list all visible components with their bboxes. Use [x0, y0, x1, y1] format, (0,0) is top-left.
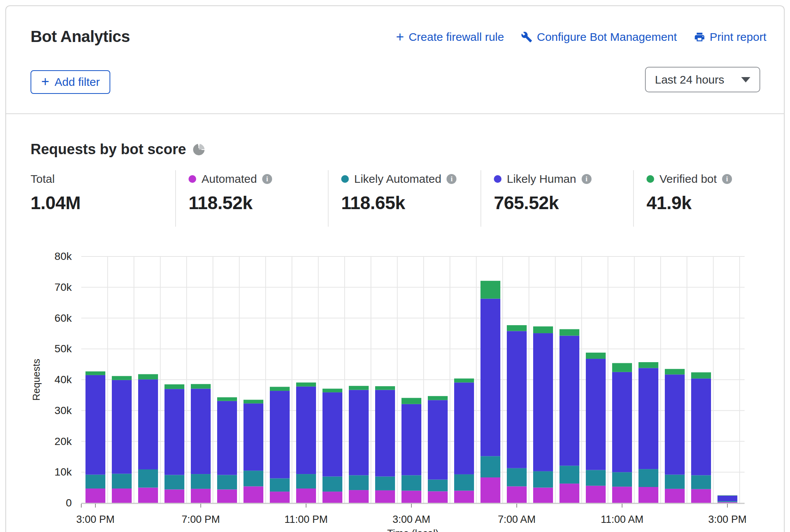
- info-icon[interactable]: i: [447, 174, 456, 184]
- x-axis-title: Time (local): [387, 527, 439, 532]
- bar-segment-300AM-Automated: [401, 491, 421, 503]
- action-label: Configure Bot Management: [537, 31, 677, 44]
- x-tick-label: 11:00 AM: [601, 514, 643, 525]
- bar-segment-300PM-Likely-Automated: [85, 475, 105, 488]
- header-actions: + Create firewall rule Configure Bot Man…: [396, 31, 766, 44]
- bar-segment-1000PM-Verified-bot: [270, 387, 290, 391]
- stat-likely-human: Likely Human i 765.52k: [494, 172, 592, 213]
- bar-segment-1200AM-Verified-bot: [322, 389, 342, 392]
- bar-segment-100AM-Likely-Automated: [349, 475, 369, 490]
- bar-segment-1000PM-Likely-Automated: [270, 478, 290, 492]
- bar-segment-100AM-Verified-bot: [349, 386, 369, 390]
- stat-likely-automated: Likely Automated i 118.65k: [341, 172, 456, 213]
- bar-segment-800PM-Automated: [217, 489, 237, 503]
- bar-segment-700AM-Automated: [507, 486, 527, 503]
- verified-bot-dot: [647, 175, 654, 183]
- configure-bot-management-link[interactable]: Configure Bot Management: [521, 31, 677, 44]
- bar-segment-600AM-Likely-Human: [480, 299, 500, 456]
- print-report-link[interactable]: Print report: [694, 31, 766, 44]
- y-tick-label: 10k: [55, 466, 72, 478]
- bar-segment-200AM-Automated: [375, 490, 395, 503]
- bar-segment-1200AM-Likely-Human: [322, 392, 342, 476]
- bar-segment-900AM-Likely-Human: [559, 336, 579, 466]
- likely-automated-dot: [341, 175, 349, 183]
- info-icon[interactable]: i: [722, 174, 732, 184]
- bar-segment-1100PM-Automated: [296, 488, 316, 503]
- bar-segment-700AM-Verified-bot: [507, 325, 527, 331]
- stat-total: Total 1.04M: [31, 172, 81, 213]
- bar-segment-600PM-Automated: [164, 489, 184, 503]
- x-tick-label: 11:00 PM: [284, 514, 328, 525]
- bar-segment-1100PM-Verified-bot: [296, 382, 316, 386]
- bar-segment-500PM-Automated: [138, 488, 158, 503]
- bar-segment-700PM-Likely-Human: [191, 389, 211, 474]
- bar-segment-100PM-Automated: [665, 489, 685, 503]
- bar-segment-400PM-Likely-Automated: [112, 474, 132, 488]
- bar-segment-700AM-Likely-Automated: [507, 468, 527, 487]
- bar-segment-100AM-Automated: [349, 490, 369, 503]
- info-icon[interactable]: i: [262, 174, 272, 184]
- bar-segment-400AM-Verified-bot: [428, 396, 448, 400]
- stat-label: Total: [31, 172, 55, 185]
- stat-value: 41.9k: [647, 192, 732, 213]
- bar-segment-500AM-Likely-Automated: [454, 474, 474, 491]
- likely-human-dot: [494, 175, 501, 183]
- bar-segment-1100AM-Likely-Human: [612, 372, 632, 472]
- bar-segment-500PM-Likely-Automated: [138, 469, 158, 488]
- info-icon[interactable]: i: [582, 174, 592, 184]
- bar-segment-1200AM-Likely-Automated: [322, 477, 342, 492]
- bar-segment-500AM-Verified-bot: [454, 379, 474, 382]
- printer-icon: [694, 31, 705, 43]
- bar-segment-600PM-Likely-Human: [164, 389, 184, 475]
- requests-by-bot-score-chart: 010k20k30k40k50k60k70k80k3:00 PM7:00 PM1…: [6, 235, 790, 532]
- bar-segment-1100PM-Likely-Human: [296, 387, 316, 474]
- bar-segment-1100AM-Automated: [612, 487, 632, 503]
- bar-segment-500PM-Verified-bot: [138, 374, 158, 379]
- bar-segment-1100PM-Likely-Automated: [296, 474, 316, 488]
- bar-segment-800AM-Verified-bot: [533, 326, 553, 333]
- bar-segment-800AM-Likely-Automated: [533, 471, 553, 488]
- bar-segment-700PM-Verified-bot: [191, 384, 211, 389]
- bar-segment-300PM-Likely-Human: [85, 375, 105, 475]
- bar-segment-800AM-Automated: [533, 488, 553, 503]
- bar-segment-1000AM-Automated: [586, 486, 606, 503]
- stat-separator: [480, 170, 481, 227]
- bot-analytics-page: Bot Analytics + Create firewall rule Con…: [0, 0, 790, 532]
- plus-icon: +: [396, 31, 404, 43]
- stat-value: 118.65k: [341, 192, 456, 213]
- pie-chart-icon: [193, 144, 205, 155]
- time-range-select[interactable]: Last 24 hours: [645, 67, 760, 92]
- bar-segment-900PM-Likely-Human: [243, 403, 263, 471]
- y-tick-label: 40k: [55, 374, 72, 385]
- bar-segment-400AM-Automated: [428, 491, 448, 503]
- bar-segment-400PM-Likely-Human: [112, 380, 132, 474]
- create-firewall-rule-link[interactable]: + Create firewall rule: [396, 31, 504, 44]
- stat-separator: [633, 170, 634, 227]
- bar-segment-800AM-Likely-Human: [533, 333, 553, 471]
- plus-icon: +: [41, 74, 49, 90]
- bar-segment-300PM-Likely-Human: [717, 496, 737, 501]
- bar-segment-1000PM-Automated: [270, 492, 290, 503]
- stat-label: Likely Human: [507, 172, 576, 185]
- bar-segment-600PM-Likely-Automated: [164, 475, 184, 490]
- bar-segment-900PM-Likely-Automated: [243, 471, 263, 486]
- bar-segment-200AM-Likely-Automated: [375, 477, 395, 490]
- stat-label: Verified bot: [659, 172, 717, 185]
- bar-segment-100PM-Verified-bot: [665, 369, 685, 375]
- bot-analytics-card: Bot Analytics + Create firewall rule Con…: [5, 5, 785, 532]
- time-range-value: Last 24 hours: [655, 73, 724, 86]
- wrench-icon: [521, 31, 532, 43]
- bar-segment-900AM-Automated: [559, 484, 579, 503]
- stat-label: Likely Automated: [354, 172, 441, 185]
- action-label: Create firewall rule: [409, 31, 504, 44]
- bar-segment-1200PM-Likely-Automated: [638, 469, 658, 487]
- add-filter-button[interactable]: + Add filter: [31, 70, 110, 94]
- y-tick-label: 70k: [55, 281, 72, 293]
- bar-segment-800PM-Verified-bot: [217, 397, 237, 401]
- stat-label: Automated: [202, 172, 257, 185]
- stat-value: 765.52k: [494, 192, 592, 213]
- y-tick-label: 20k: [55, 435, 72, 447]
- bar-segment-1100AM-Verified-bot: [612, 363, 632, 372]
- page-title: Bot Analytics: [31, 27, 130, 46]
- stat-verified-bot: Verified bot i 41.9k: [647, 172, 732, 213]
